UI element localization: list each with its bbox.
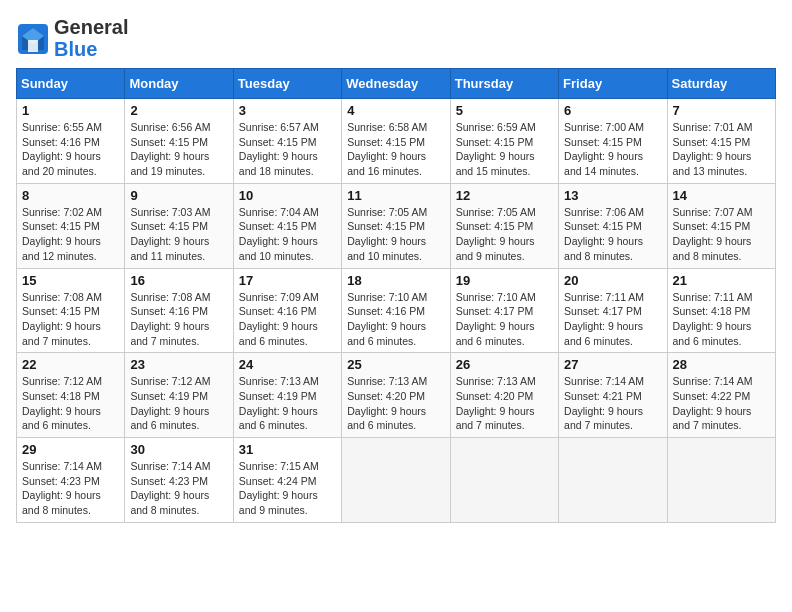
calendar-cell: 9 Sunrise: 7:03 AMSunset: 4:15 PMDayligh… (125, 183, 233, 268)
day-number: 19 (456, 273, 553, 288)
day-info: Sunrise: 6:58 AMSunset: 4:15 PMDaylight:… (347, 120, 444, 179)
day-number: 3 (239, 103, 336, 118)
weekday-header-tuesday: Tuesday (233, 69, 341, 99)
day-number: 28 (673, 357, 770, 372)
calendar-cell: 28 Sunrise: 7:14 AMSunset: 4:22 PMDaylig… (667, 353, 775, 438)
day-info: Sunrise: 7:09 AMSunset: 4:16 PMDaylight:… (239, 290, 336, 349)
calendar-cell: 19 Sunrise: 7:10 AMSunset: 4:17 PMDaylig… (450, 268, 558, 353)
day-number: 2 (130, 103, 227, 118)
day-info: Sunrise: 7:07 AMSunset: 4:15 PMDaylight:… (673, 205, 770, 264)
day-number: 23 (130, 357, 227, 372)
day-number: 24 (239, 357, 336, 372)
weekday-header-thursday: Thursday (450, 69, 558, 99)
day-number: 22 (22, 357, 119, 372)
day-number: 5 (456, 103, 553, 118)
day-info: Sunrise: 6:59 AMSunset: 4:15 PMDaylight:… (456, 120, 553, 179)
day-info: Sunrise: 7:05 AMSunset: 4:15 PMDaylight:… (456, 205, 553, 264)
day-number: 15 (22, 273, 119, 288)
day-number: 1 (22, 103, 119, 118)
calendar-cell: 10 Sunrise: 7:04 AMSunset: 4:15 PMDaylig… (233, 183, 341, 268)
calendar-cell: 6 Sunrise: 7:00 AMSunset: 4:15 PMDayligh… (559, 99, 667, 184)
day-info: Sunrise: 7:13 AMSunset: 4:19 PMDaylight:… (239, 374, 336, 433)
day-info: Sunrise: 7:13 AMSunset: 4:20 PMDaylight:… (456, 374, 553, 433)
svg-rect-3 (28, 40, 38, 52)
day-info: Sunrise: 7:04 AMSunset: 4:15 PMDaylight:… (239, 205, 336, 264)
day-number: 9 (130, 188, 227, 203)
day-info: Sunrise: 7:05 AMSunset: 4:15 PMDaylight:… (347, 205, 444, 264)
day-number: 18 (347, 273, 444, 288)
day-info: Sunrise: 7:14 AMSunset: 4:23 PMDaylight:… (22, 459, 119, 518)
calendar-cell (559, 438, 667, 523)
week-row-4: 22 Sunrise: 7:12 AMSunset: 4:18 PMDaylig… (17, 353, 776, 438)
logo-icon (16, 22, 50, 56)
day-number: 26 (456, 357, 553, 372)
calendar-cell: 5 Sunrise: 6:59 AMSunset: 4:15 PMDayligh… (450, 99, 558, 184)
calendar-cell (450, 438, 558, 523)
calendar-cell: 2 Sunrise: 6:56 AMSunset: 4:15 PMDayligh… (125, 99, 233, 184)
week-row-5: 29 Sunrise: 7:14 AMSunset: 4:23 PMDaylig… (17, 438, 776, 523)
day-info: Sunrise: 7:10 AMSunset: 4:17 PMDaylight:… (456, 290, 553, 349)
calendar-cell: 14 Sunrise: 7:07 AMSunset: 4:15 PMDaylig… (667, 183, 775, 268)
calendar-cell: 20 Sunrise: 7:11 AMSunset: 4:17 PMDaylig… (559, 268, 667, 353)
calendar-cell: 16 Sunrise: 7:08 AMSunset: 4:16 PMDaylig… (125, 268, 233, 353)
day-number: 16 (130, 273, 227, 288)
calendar-cell: 4 Sunrise: 6:58 AMSunset: 4:15 PMDayligh… (342, 99, 450, 184)
day-info: Sunrise: 7:13 AMSunset: 4:20 PMDaylight:… (347, 374, 444, 433)
day-number: 7 (673, 103, 770, 118)
calendar-cell: 1 Sunrise: 6:55 AMSunset: 4:16 PMDayligh… (17, 99, 125, 184)
day-info: Sunrise: 7:02 AMSunset: 4:15 PMDaylight:… (22, 205, 119, 264)
calendar-cell: 31 Sunrise: 7:15 AMSunset: 4:24 PMDaylig… (233, 438, 341, 523)
calendar-cell: 7 Sunrise: 7:01 AMSunset: 4:15 PMDayligh… (667, 99, 775, 184)
day-info: Sunrise: 7:12 AMSunset: 4:19 PMDaylight:… (130, 374, 227, 433)
day-number: 6 (564, 103, 661, 118)
day-info: Sunrise: 7:14 AMSunset: 4:21 PMDaylight:… (564, 374, 661, 433)
day-number: 30 (130, 442, 227, 457)
day-info: Sunrise: 6:56 AMSunset: 4:15 PMDaylight:… (130, 120, 227, 179)
calendar-cell: 22 Sunrise: 7:12 AMSunset: 4:18 PMDaylig… (17, 353, 125, 438)
calendar-cell: 21 Sunrise: 7:11 AMSunset: 4:18 PMDaylig… (667, 268, 775, 353)
day-number: 27 (564, 357, 661, 372)
calendar-table: SundayMondayTuesdayWednesdayThursdayFrid… (16, 68, 776, 523)
day-info: Sunrise: 6:57 AMSunset: 4:15 PMDaylight:… (239, 120, 336, 179)
calendar-cell: 8 Sunrise: 7:02 AMSunset: 4:15 PMDayligh… (17, 183, 125, 268)
day-info: Sunrise: 7:11 AMSunset: 4:18 PMDaylight:… (673, 290, 770, 349)
day-info: Sunrise: 7:03 AMSunset: 4:15 PMDaylight:… (130, 205, 227, 264)
day-number: 17 (239, 273, 336, 288)
day-number: 25 (347, 357, 444, 372)
day-info: Sunrise: 7:10 AMSunset: 4:16 PMDaylight:… (347, 290, 444, 349)
logo-blue: Blue (54, 38, 97, 60)
day-number: 11 (347, 188, 444, 203)
weekday-header-wednesday: Wednesday (342, 69, 450, 99)
day-number: 4 (347, 103, 444, 118)
day-info: Sunrise: 7:12 AMSunset: 4:18 PMDaylight:… (22, 374, 119, 433)
week-row-2: 8 Sunrise: 7:02 AMSunset: 4:15 PMDayligh… (17, 183, 776, 268)
day-info: Sunrise: 7:15 AMSunset: 4:24 PMDaylight:… (239, 459, 336, 518)
calendar-cell (342, 438, 450, 523)
day-info: Sunrise: 7:06 AMSunset: 4:15 PMDaylight:… (564, 205, 661, 264)
calendar-cell: 26 Sunrise: 7:13 AMSunset: 4:20 PMDaylig… (450, 353, 558, 438)
day-info: Sunrise: 7:11 AMSunset: 4:17 PMDaylight:… (564, 290, 661, 349)
week-row-3: 15 Sunrise: 7:08 AMSunset: 4:15 PMDaylig… (17, 268, 776, 353)
calendar-cell: 12 Sunrise: 7:05 AMSunset: 4:15 PMDaylig… (450, 183, 558, 268)
calendar-cell: 15 Sunrise: 7:08 AMSunset: 4:15 PMDaylig… (17, 268, 125, 353)
logo-general: General (54, 16, 128, 38)
day-number: 20 (564, 273, 661, 288)
day-info: Sunrise: 7:08 AMSunset: 4:15 PMDaylight:… (22, 290, 119, 349)
calendar-cell: 23 Sunrise: 7:12 AMSunset: 4:19 PMDaylig… (125, 353, 233, 438)
calendar-cell: 30 Sunrise: 7:14 AMSunset: 4:23 PMDaylig… (125, 438, 233, 523)
calendar-cell: 3 Sunrise: 6:57 AMSunset: 4:15 PMDayligh… (233, 99, 341, 184)
weekday-header-sunday: Sunday (17, 69, 125, 99)
day-info: Sunrise: 7:14 AMSunset: 4:23 PMDaylight:… (130, 459, 227, 518)
day-info: Sunrise: 6:55 AMSunset: 4:16 PMDaylight:… (22, 120, 119, 179)
week-row-1: 1 Sunrise: 6:55 AMSunset: 4:16 PMDayligh… (17, 99, 776, 184)
logo: General Blue (16, 16, 128, 60)
calendar-cell: 29 Sunrise: 7:14 AMSunset: 4:23 PMDaylig… (17, 438, 125, 523)
day-number: 29 (22, 442, 119, 457)
calendar-cell (667, 438, 775, 523)
day-number: 8 (22, 188, 119, 203)
calendar-cell: 27 Sunrise: 7:14 AMSunset: 4:21 PMDaylig… (559, 353, 667, 438)
day-number: 13 (564, 188, 661, 203)
day-info: Sunrise: 7:01 AMSunset: 4:15 PMDaylight:… (673, 120, 770, 179)
day-info: Sunrise: 7:00 AMSunset: 4:15 PMDaylight:… (564, 120, 661, 179)
calendar-cell: 18 Sunrise: 7:10 AMSunset: 4:16 PMDaylig… (342, 268, 450, 353)
